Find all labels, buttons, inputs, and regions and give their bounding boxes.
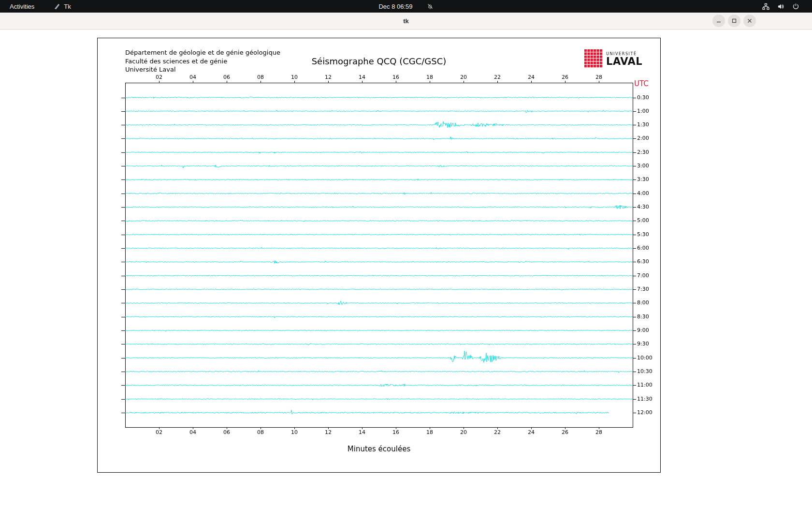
x-tick-label: 14: [356, 429, 368, 435]
x-tick-label: 18: [423, 429, 436, 435]
x-tick-label: 12: [322, 74, 334, 80]
time-row-label: 9:30: [637, 341, 649, 347]
x-tick-label: 20: [457, 74, 470, 80]
universite-laval-logo: UNIVERSITÉ LAVAL: [584, 49, 642, 70]
gnome-top-bar: Activities Tk Dec 8 06:59: [0, 0, 812, 13]
x-tick-label: 28: [593, 429, 605, 435]
window-titlebar[interactable]: tk: [0, 13, 812, 30]
x-tick-label: 16: [390, 429, 402, 435]
time-row-label: 12:00: [637, 409, 652, 416]
time-row-label: 1:30: [637, 121, 649, 128]
x-tick-label: 14: [356, 74, 368, 80]
window-content: Département de géologie et de génie géol…: [0, 30, 812, 508]
x-tick-label: 02: [153, 74, 165, 80]
time-row-label: 11:00: [637, 382, 652, 388]
x-tick-label: 06: [220, 74, 233, 80]
seismograph-canvas-frame: Département de géologie et de génie géol…: [97, 38, 661, 473]
maximize-button[interactable]: [728, 15, 740, 27]
time-row-label: 5:00: [637, 217, 649, 224]
x-tick-label: 04: [187, 74, 199, 80]
time-row-label: 3:30: [637, 176, 649, 182]
x-tick-label: 10: [288, 429, 301, 435]
time-row-label: 3:00: [637, 163, 649, 169]
time-row-label: 11:30: [637, 396, 652, 402]
laval-shield-icon: [584, 49, 603, 70]
x-tick-label: 24: [525, 74, 537, 80]
time-row-label: 4:00: [637, 190, 649, 196]
time-row-label: 0:30: [637, 94, 649, 101]
dept-line1: Département de géologie et de génie géol…: [125, 48, 280, 57]
time-row-label: 8:30: [637, 314, 649, 320]
close-button[interactable]: [743, 15, 756, 27]
x-axis-label: Minutes écoulées: [98, 445, 660, 453]
x-tick-label: 24: [525, 429, 537, 435]
plot-title: Séismographe QCQ (CGC/GSC): [98, 56, 660, 66]
time-row-label: 9:00: [637, 327, 649, 333]
time-row-label: 2:00: [637, 135, 649, 141]
desktop: Activities Tk Dec 8 06:59: [0, 0, 812, 508]
x-tick-label: 20: [457, 429, 470, 435]
time-row-label: 10:00: [637, 355, 652, 361]
x-tick-label: 22: [491, 74, 504, 80]
time-row-label: 4:30: [637, 204, 649, 210]
x-tick-label: 02: [153, 429, 165, 435]
x-tick-label: 08: [254, 74, 267, 80]
window-controls: [712, 15, 756, 27]
x-tick-label: 08: [254, 429, 267, 435]
x-tick-label: 22: [491, 429, 504, 435]
x-tick-label: 12: [322, 429, 334, 435]
x-tick-label: 06: [220, 429, 233, 435]
utc-label: UTC: [634, 79, 649, 88]
seismogram-traces: [98, 38, 660, 472]
dept-line3: Université Laval: [125, 65, 280, 74]
time-row-label: 7:00: [637, 272, 649, 279]
x-tick-label: 10: [288, 74, 301, 80]
clock-button[interactable]: Dec 8 06:59: [376, 2, 436, 11]
time-row-label: 7:30: [637, 286, 649, 292]
time-row-label: 10:30: [637, 368, 652, 374]
time-row-label: 6:30: [637, 258, 649, 265]
x-tick-label: 04: [187, 429, 199, 435]
time-row-label: 6:00: [637, 245, 649, 251]
notifications-off-icon: [427, 3, 434, 10]
time-row-label: 5:30: [637, 231, 649, 238]
logo-text-laval: LAVAL: [606, 56, 642, 67]
x-tick-label: 18: [423, 74, 436, 80]
time-row-label: 8:00: [637, 299, 649, 306]
x-tick-label: 28: [593, 74, 605, 80]
time-row-label: 1:00: [637, 108, 649, 114]
x-tick-label: 16: [390, 74, 402, 80]
minimize-button[interactable]: [712, 15, 725, 27]
window-title: tk: [403, 17, 409, 25]
x-tick-label: 26: [559, 74, 571, 80]
x-tick-label: 26: [559, 429, 571, 435]
time-row-label: 2:30: [637, 149, 649, 155]
clock-label: Dec 8 06:59: [378, 3, 412, 10]
